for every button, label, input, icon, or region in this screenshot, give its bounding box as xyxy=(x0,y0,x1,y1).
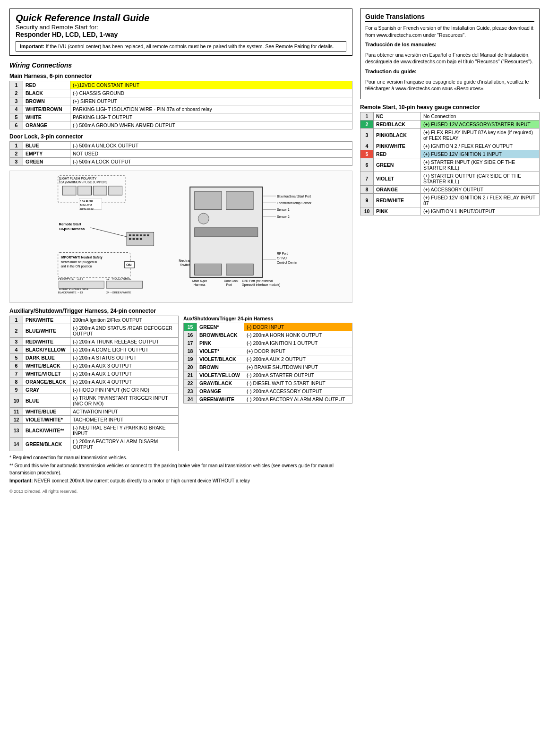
table-row: EMPTY xyxy=(23,150,70,158)
table-row: BLACK/WHITE** xyxy=(23,424,70,438)
footer-note2: ** Ground this wire for automatic transm… xyxy=(9,462,352,476)
svg-text:10A (MAXIMUM) FUSE JUMPER]: 10A (MAXIMUM) FUSE JUMPER] xyxy=(59,180,107,184)
table-row: (+)12VDC CONSTANT INPUT xyxy=(70,81,352,89)
table-row: (+) IGNITION 1 INPUT/OUTPUT xyxy=(421,207,540,215)
svg-text:Bitwriter/SmartStart Port: Bitwriter/SmartStart Port xyxy=(277,195,311,198)
svg-text:Xpresskit interface module): Xpresskit interface module) xyxy=(242,283,280,287)
table-row: PINK xyxy=(374,207,421,215)
table-row: 24 xyxy=(184,395,197,404)
table-row: WHITE/BROWN xyxy=(23,105,70,113)
table-row: ORANGE xyxy=(23,121,70,129)
table-row: 13 xyxy=(10,424,23,438)
table-row: BROWN xyxy=(197,363,244,371)
table-row: VIOLET/WHITE* xyxy=(23,416,70,424)
guide-french: Pour une version française ou espagnole … xyxy=(365,78,534,92)
table-row: (-) 500mA UNLOCK OUTPUT xyxy=(70,142,352,150)
main-title: Quick Reference Install Guide xyxy=(16,13,346,24)
table-row: 19 xyxy=(184,355,197,363)
door-lock-table: 1 BLUE (-) 500mA UNLOCK OUTPUT2 EMPTY NO… xyxy=(9,141,352,166)
table-row: VIOLET xyxy=(374,172,421,185)
table-row: 5 xyxy=(10,354,23,362)
table-row: (+) STARTER OUTPUT (CAR SIDE OF THE STAR… xyxy=(421,172,540,185)
footer-note1: * Required connection for manual transmi… xyxy=(9,454,352,461)
table-row: 4 xyxy=(10,105,23,113)
svg-text:Switch: Switch xyxy=(180,263,191,267)
svg-text:10-pin Harness: 10-pin Harness xyxy=(59,227,85,231)
table-row: 3 xyxy=(360,128,374,142)
table-row: (-) 200mA AUX 1 OUTPUT xyxy=(70,370,179,378)
table-row: VIOLET/BLACK xyxy=(197,355,244,363)
svg-rect-37 xyxy=(195,228,258,237)
table-row: GREEN xyxy=(23,158,70,166)
table-row: 2 xyxy=(10,324,23,338)
table-row: 20 xyxy=(184,363,197,371)
table-row: (-) NEUTRAL SAFETY /PARKING BRAKE INPUT xyxy=(70,424,179,438)
table-row: GREEN/BLACK xyxy=(23,438,70,451)
table-row: (-) 200mA 2ND STATUS /REAR DEFOGGER OUTP… xyxy=(70,324,179,338)
svg-rect-3 xyxy=(62,186,76,195)
table-row: (-) DIESEL WAIT TO START INPUT xyxy=(244,379,352,387)
main-harness-title: Main Harness, 6-pin connector xyxy=(9,73,352,79)
svg-rect-20 xyxy=(147,234,149,236)
table-row: 7 xyxy=(10,370,23,378)
svg-text:Thermistor/Temp Sensor: Thermistor/Temp Sensor xyxy=(277,201,312,205)
table-row: 2 xyxy=(10,89,23,97)
table-row: 1 xyxy=(10,142,23,150)
guide-french-title: Traduction du guide: xyxy=(365,68,534,75)
door-lock-title: Door Lock, 3-pin connector xyxy=(9,133,352,140)
svg-text:BLACK/WHITE →13: BLACK/WHITE →13 xyxy=(58,291,83,294)
table-row: PNK/WHITE xyxy=(23,316,70,324)
table-row: 15 xyxy=(184,323,197,331)
table-row: 4 xyxy=(10,346,23,354)
table-row: ORANGE xyxy=(197,387,244,395)
table-row: (+) FUSED 12V IGNITION 1 INPUT xyxy=(421,150,540,158)
aux-harness-grid: 1 PNK/WHITE 200mA Ignition 2/Flex OUTPUT… xyxy=(9,316,352,451)
table-row: RED/BLACK xyxy=(374,120,421,128)
title-box: Quick Reference Install Guide Security a… xyxy=(9,9,352,56)
table-row: (+) STARTER INPUT (KEY SIDE OF THE START… xyxy=(421,158,540,172)
svg-rect-23 xyxy=(136,238,138,240)
diagram-svg: [LIGHT FLASH POLARITY 10A (MAXIMUM) FUSE… xyxy=(12,173,350,300)
table-row: WHITE xyxy=(23,113,70,121)
table-row: BLUE xyxy=(23,394,70,408)
important-label: Important: xyxy=(20,43,44,49)
svg-rect-39 xyxy=(226,264,253,275)
table-row: WHITE/VIOLET xyxy=(23,370,70,378)
copyright: © 2013 Directed. All rights reserved. xyxy=(9,489,352,494)
svg-line-13 xyxy=(91,228,127,237)
table-row: 14 xyxy=(10,438,23,451)
table-row: 17 xyxy=(184,339,197,347)
svg-text:switch must be plugged in: switch must be plugged in xyxy=(60,260,97,264)
table-row: 1 xyxy=(10,81,23,89)
table-row: 6 xyxy=(10,362,23,370)
svg-rect-35 xyxy=(226,191,253,209)
table-row: 9 xyxy=(360,193,374,207)
table-row: RED xyxy=(374,150,421,158)
table-row: (+) BRAKE SHUTDOWN INPUT xyxy=(244,363,352,371)
table-row: 10 xyxy=(360,207,374,215)
table-row: (-) 200mA DOME LIGHT OUTPUT xyxy=(70,346,179,354)
aux-harness-title: Auxiliary/Shutdown/Trigger Harness, 24-p… xyxy=(9,308,352,314)
table-row: (-) CHASSIS GROUND xyxy=(70,89,352,97)
table-row: No Connection xyxy=(421,112,540,120)
table-row: 6 xyxy=(360,158,374,172)
important-text: If the IVU (control center) has been rep… xyxy=(44,43,334,49)
table-row: (+) FUSED 12V ACCESSORY/STARTER INPUT xyxy=(421,120,540,128)
table-row: WHITE/BLUE xyxy=(23,408,70,416)
table-row: PINK/BLACK xyxy=(374,128,421,142)
table-row: DARK BLUE xyxy=(23,354,70,362)
table-row: PINK xyxy=(197,339,244,347)
svg-rect-17 xyxy=(136,234,138,236)
table-row: (+) SIREN OUTPUT xyxy=(70,97,352,105)
table-row: (-) TRUNK PIN/INSTANT TRIGGER INPUT (N/C… xyxy=(70,394,179,408)
table-row: 200mA Ignition 2/Flex OUTPUT xyxy=(70,316,179,324)
table-row: VIOLET* xyxy=(197,347,244,355)
svg-text:for IVU: for IVU xyxy=(277,257,287,260)
table-row: 3 xyxy=(10,158,23,166)
svg-rect-38 xyxy=(195,264,222,275)
table-row: (-) 200mA ACCESSORY OUTPUT xyxy=(244,387,352,395)
table-row: (-) 200mA FACTORY ALARM DISARM OUTPUT xyxy=(70,438,179,451)
table-row: (+) IGNITION 2 / FLEX RELAY OUTPUT xyxy=(421,142,540,150)
table-row: 12 xyxy=(10,416,23,424)
svg-text:IMPORTANT! Neutral Safety: IMPORTANT! Neutral Safety xyxy=(60,256,103,259)
